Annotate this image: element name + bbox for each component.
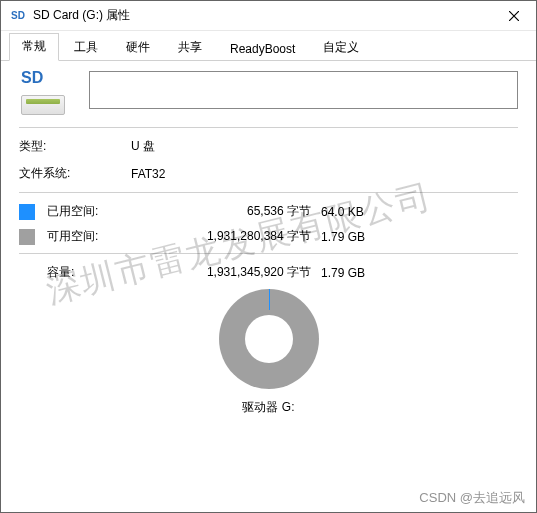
type-label: 类型: [19, 138, 131, 155]
divider [19, 127, 518, 128]
free-space-human: 1.79 GB [321, 230, 391, 244]
tab-tools[interactable]: 工具 [61, 34, 111, 61]
drive-large-icon: SD [19, 71, 71, 119]
tab-general[interactable]: 常规 [9, 33, 59, 61]
close-button[interactable] [491, 1, 536, 31]
tab-readyboost[interactable]: ReadyBoost [217, 37, 308, 61]
tab-sharing[interactable]: 共享 [165, 34, 215, 61]
divider [19, 253, 518, 254]
used-space-swatch [19, 204, 35, 220]
used-space-bytes: 65,536 字节 [131, 203, 321, 220]
drive-letter-label: 驱动器 G: [19, 399, 518, 416]
used-space-human: 64.0 KB [321, 205, 391, 219]
volume-name-input[interactable] [89, 71, 518, 109]
capacity-human: 1.79 GB [321, 266, 391, 280]
disk-usage-pie-chart [219, 289, 319, 389]
window-title: SD Card (G:) 属性 [33, 7, 491, 24]
titlebar[interactable]: SD SD Card (G:) 属性 [1, 1, 536, 31]
capacity-bytes: 1,931,345,920 字节 [131, 264, 321, 281]
tab-strip: 常规 工具 硬件 共享 ReadyBoost 自定义 [1, 31, 536, 61]
free-space-label: 可用空间: [47, 228, 131, 245]
tab-hardware[interactable]: 硬件 [113, 34, 163, 61]
free-space-bytes: 1,931,280,384 字节 [131, 228, 321, 245]
type-value: U 盘 [131, 138, 155, 155]
sd-card-icon: SD [9, 7, 27, 25]
filesystem-value: FAT32 [131, 167, 165, 181]
tab-content-general: SD 类型: U 盘 文件系统: FAT32 已用空间: 65,536 字节 6… [1, 61, 536, 512]
used-space-label: 已用空间: [47, 203, 131, 220]
capacity-label: 容量: [47, 264, 131, 281]
free-space-swatch [19, 229, 35, 245]
properties-dialog: SD SD Card (G:) 属性 常规 工具 硬件 共享 ReadyBoos… [0, 0, 537, 513]
tab-customize[interactable]: 自定义 [310, 34, 372, 61]
filesystem-label: 文件系统: [19, 165, 131, 182]
divider [19, 192, 518, 193]
